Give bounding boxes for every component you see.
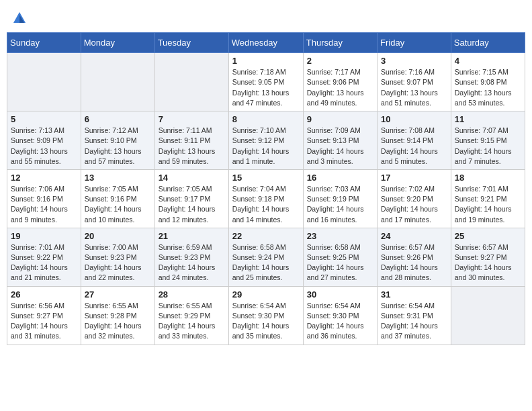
calendar-cell: 28Sunrise: 6:55 AMSunset: 9:29 PMDayligh… [154,286,228,345]
day-info: Sunrise: 7:04 AMSunset: 9:18 PMDaylight:… [232,184,300,225]
day-number: 25 [455,231,521,241]
weekday-header-row: SundayMondayTuesdayWednesdayThursdayFrid… [7,33,525,53]
calendar-cell: 8Sunrise: 7:10 AMSunset: 9:12 PMDaylight… [228,111,303,170]
day-number: 29 [232,289,300,300]
calendar-cell: 1Sunrise: 7:18 AMSunset: 9:05 PMDaylight… [228,53,303,111]
day-number: 9 [307,114,373,124]
day-info: Sunrise: 6:55 AMSunset: 9:28 PMDaylight:… [85,301,151,342]
day-number: 14 [159,173,225,183]
day-number: 23 [307,231,373,241]
calendar-cell: 23Sunrise: 6:58 AMSunset: 9:25 PMDayligh… [303,228,377,286]
calendar-cell: 3Sunrise: 7:16 AMSunset: 9:07 PMDaylight… [378,53,451,111]
calendar-cell: 5Sunrise: 7:13 AMSunset: 9:09 PMDaylight… [7,111,81,170]
day-number: 27 [85,289,151,300]
calendar-cell: 29Sunrise: 6:54 AMSunset: 9:30 PMDayligh… [228,286,303,345]
calendar-cell [7,53,81,111]
day-info: Sunrise: 7:03 AMSunset: 9:19 PMDaylight:… [307,184,373,225]
page-header [7,7,525,27]
day-number: 10 [381,114,447,124]
calendar-cell: 11Sunrise: 7:07 AMSunset: 9:15 PMDayligh… [451,111,525,170]
day-number: 11 [455,114,521,124]
day-number: 3 [381,56,447,66]
day-number: 7 [159,114,225,124]
calendar-week-row: 1Sunrise: 7:18 AMSunset: 9:05 PMDaylight… [7,53,525,111]
logo-icon [12,11,27,26]
day-info: Sunrise: 6:54 AMSunset: 9:31 PMDaylight:… [381,301,447,342]
calendar-cell: 31Sunrise: 6:54 AMSunset: 9:31 PMDayligh… [378,286,451,345]
calendar-cell: 30Sunrise: 6:54 AMSunset: 9:30 PMDayligh… [303,286,377,345]
day-number: 5 [11,114,77,124]
calendar-cell: 17Sunrise: 7:02 AMSunset: 9:20 PMDayligh… [378,169,451,228]
weekday-header-monday: Monday [81,33,154,53]
day-info: Sunrise: 7:08 AMSunset: 9:14 PMDaylight:… [381,126,447,167]
calendar-cell: 24Sunrise: 6:57 AMSunset: 9:26 PMDayligh… [378,228,451,286]
day-info: Sunrise: 7:18 AMSunset: 9:05 PMDaylight:… [232,67,300,108]
day-number: 12 [11,173,77,183]
calendar-cell: 7Sunrise: 7:11 AMSunset: 9:11 PMDaylight… [154,111,228,170]
logo-text [11,9,28,26]
calendar-cell: 2Sunrise: 7:17 AMSunset: 9:06 PMDaylight… [303,53,377,111]
day-number: 26 [11,289,77,300]
day-info: Sunrise: 7:02 AMSunset: 9:20 PMDaylight:… [381,184,447,225]
calendar-cell: 25Sunrise: 6:57 AMSunset: 9:27 PMDayligh… [451,228,525,286]
day-number: 2 [307,56,373,66]
day-info: Sunrise: 7:17 AMSunset: 9:06 PMDaylight:… [307,67,373,108]
svg-marker-1 [19,15,24,23]
calendar-cell: 27Sunrise: 6:55 AMSunset: 9:28 PMDayligh… [81,286,154,345]
day-info: Sunrise: 7:07 AMSunset: 9:15 PMDaylight:… [455,126,521,167]
day-number: 4 [455,56,521,66]
day-number: 8 [232,114,300,124]
day-number: 28 [159,289,225,300]
calendar-cell: 9Sunrise: 7:09 AMSunset: 9:13 PMDaylight… [303,111,377,170]
calendar-cell: 18Sunrise: 7:01 AMSunset: 9:21 PMDayligh… [451,169,525,228]
day-number: 20 [85,231,151,241]
day-number: 19 [11,231,77,241]
calendar-cell: 12Sunrise: 7:06 AMSunset: 9:16 PMDayligh… [7,169,81,228]
day-info: Sunrise: 6:55 AMSunset: 9:29 PMDaylight:… [159,301,225,342]
day-info: Sunrise: 7:06 AMSunset: 9:16 PMDaylight:… [11,184,77,225]
weekday-header-thursday: Thursday [303,33,377,53]
day-info: Sunrise: 7:15 AMSunset: 9:08 PMDaylight:… [455,67,521,108]
weekday-header-friday: Friday [378,33,451,53]
day-number: 30 [307,289,373,300]
day-number: 31 [381,289,447,300]
weekday-header-sunday: Sunday [7,33,81,53]
calendar-cell: 19Sunrise: 7:01 AMSunset: 9:22 PMDayligh… [7,228,81,286]
calendar-cell: 20Sunrise: 7:00 AMSunset: 9:23 PMDayligh… [81,228,154,286]
calendar-cell: 21Sunrise: 6:59 AMSunset: 9:23 PMDayligh… [154,228,228,286]
calendar-cell: 22Sunrise: 6:58 AMSunset: 9:24 PMDayligh… [228,228,303,286]
calendar-week-row: 5Sunrise: 7:13 AMSunset: 9:09 PMDaylight… [7,111,525,170]
day-info: Sunrise: 6:57 AMSunset: 9:27 PMDaylight:… [455,242,521,283]
day-number: 17 [381,173,447,183]
calendar-cell: 10Sunrise: 7:08 AMSunset: 9:14 PMDayligh… [378,111,451,170]
day-number: 6 [85,114,151,124]
calendar-table: SundayMondayTuesdayWednesdayThursdayFrid… [7,32,525,345]
day-info: Sunrise: 7:11 AMSunset: 9:11 PMDaylight:… [159,126,225,167]
weekday-header-wednesday: Wednesday [228,33,303,53]
day-number: 13 [85,173,151,183]
day-number: 18 [455,173,521,183]
calendar-cell: 4Sunrise: 7:15 AMSunset: 9:08 PMDaylight… [451,53,525,111]
calendar-cell [81,53,154,111]
day-info: Sunrise: 6:58 AMSunset: 9:24 PMDaylight:… [232,242,300,283]
day-number: 22 [232,231,300,241]
day-number: 15 [232,173,300,183]
calendar-week-row: 19Sunrise: 7:01 AMSunset: 9:22 PMDayligh… [7,228,525,286]
day-info: Sunrise: 7:00 AMSunset: 9:23 PMDaylight:… [85,242,151,283]
calendar-cell: 13Sunrise: 7:05 AMSunset: 9:16 PMDayligh… [81,169,154,228]
calendar-cell: 15Sunrise: 7:04 AMSunset: 9:18 PMDayligh… [228,169,303,228]
calendar-week-row: 26Sunrise: 6:56 AMSunset: 9:27 PMDayligh… [7,286,525,345]
weekday-header-saturday: Saturday [451,33,525,53]
day-info: Sunrise: 6:57 AMSunset: 9:26 PMDaylight:… [381,242,447,283]
calendar-cell: 14Sunrise: 7:05 AMSunset: 9:17 PMDayligh… [154,169,228,228]
day-info: Sunrise: 6:54 AMSunset: 9:30 PMDaylight:… [232,301,300,342]
day-info: Sunrise: 7:13 AMSunset: 9:09 PMDaylight:… [11,126,77,167]
day-info: Sunrise: 7:12 AMSunset: 9:10 PMDaylight:… [85,126,151,167]
day-info: Sunrise: 7:05 AMSunset: 9:16 PMDaylight:… [85,184,151,225]
day-info: Sunrise: 7:01 AMSunset: 9:21 PMDaylight:… [455,184,521,225]
weekday-header-tuesday: Tuesday [154,33,228,53]
day-info: Sunrise: 6:56 AMSunset: 9:27 PMDaylight:… [11,301,77,342]
day-number: 1 [232,56,300,66]
day-info: Sunrise: 7:16 AMSunset: 9:07 PMDaylight:… [381,67,447,108]
calendar-cell [154,53,228,111]
